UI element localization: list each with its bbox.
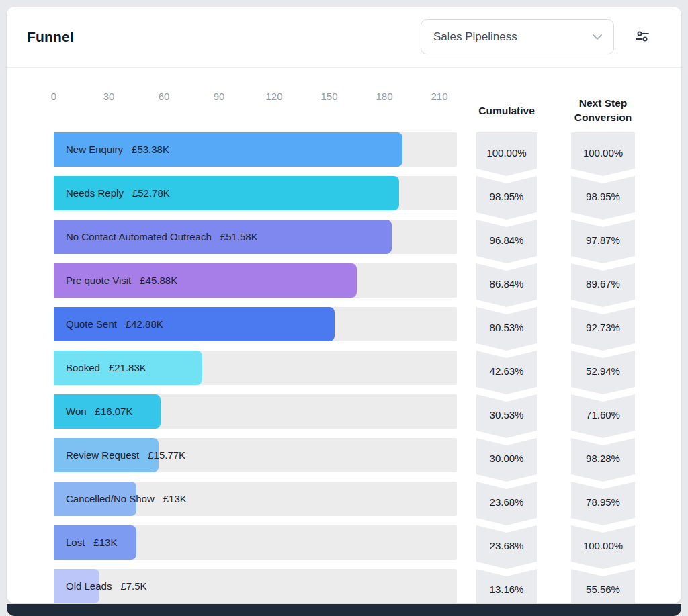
stage-label: New Enquiry	[66, 144, 123, 155]
stage-label: Review Request	[66, 449, 139, 461]
stage-label: No Contact Automated Outreach	[66, 231, 212, 243]
stage-amount: £7.5K	[120, 580, 146, 592]
next-step-cell: 100.00%	[571, 525, 635, 569]
cumulative-cell: 23.68%	[476, 482, 537, 525]
next-step-cell: 98.95%	[571, 176, 635, 220]
x-axis-tick: 90	[214, 91, 225, 102]
stage-label: Booked	[66, 362, 100, 373]
bar-text: Pre quote Visit£45.88K	[66, 263, 177, 298]
next-step-value: 100.00%	[583, 147, 623, 176]
stage-amount: £13K	[93, 537, 117, 548]
chart-head-row: 0306090120150180210 Cumulative Next Step…	[54, 68, 681, 132]
sliders-icon	[634, 28, 650, 46]
funnel-rows: New Enquiry£53.38K 100.00% 100.00% Needs…	[54, 132, 681, 603]
next-step-value: 98.95%	[586, 191, 620, 220]
next-step-cell: 71.60%	[571, 394, 635, 438]
bar-text: Lost£13K	[66, 525, 117, 560]
filter-settings-button[interactable]	[634, 28, 650, 46]
cumulative-cell: 100.00%	[476, 132, 537, 176]
bottom-bar	[7, 604, 681, 616]
funnel-row: Old Leads£7.5K 13.16% 55.56%	[54, 569, 681, 603]
x-axis-tick: 30	[103, 91, 115, 102]
next-step-value: 71.60%	[586, 409, 620, 438]
stage-label: Lost	[66, 537, 85, 548]
next-step-value: 97.87%	[586, 234, 620, 263]
bar-text: Review Request£15.77K	[66, 438, 185, 472]
cumulative-value: 23.68%	[490, 496, 524, 525]
cumulative-cell: 30.53%	[476, 394, 537, 438]
column-header-cumulative: Cumulative	[476, 68, 537, 132]
bar-track: New Enquiry£53.38K	[54, 132, 457, 167]
stage-label: Old Leads	[66, 580, 112, 592]
bar-track: Pre quote Visit£45.88K	[54, 263, 457, 298]
next-step-cell: 78.95%	[571, 482, 635, 525]
column-header-next-step: Next Step Conversion	[571, 68, 635, 132]
funnel-row: Won£16.07K 30.53% 71.60%	[54, 394, 681, 438]
funnel-row: Booked£21.83K 42.63% 52.94%	[54, 351, 681, 394]
stage-amount: £53.38K	[132, 144, 169, 155]
next-step-cell: 52.94%	[571, 351, 635, 394]
page-title: Funnel	[27, 29, 74, 45]
stage-amount: £21.83K	[109, 362, 146, 373]
funnel-row: Quote Sent£42.88K 80.53% 92.73%	[54, 307, 681, 351]
cumulative-cell: 13.16%	[476, 569, 537, 603]
cumulative-value: 23.68%	[490, 540, 524, 569]
bar-track: Lost£13K	[54, 525, 457, 560]
next-step-cell: 89.67%	[571, 263, 635, 307]
stage-label: Won	[66, 406, 87, 417]
funnel-row: Cancelled/No Show£13K 23.68% 78.95%	[54, 482, 681, 525]
next-step-cell: 100.00%	[571, 132, 635, 176]
cumulative-cell: 96.84%	[476, 220, 537, 263]
stage-label: Needs Reply	[66, 187, 124, 199]
cumulative-value: 42.63%	[490, 365, 524, 394]
bar-text: Cancelled/No Show£13K	[66, 482, 187, 516]
bar-track: Review Request£15.77K	[54, 438, 457, 472]
bar-track: Won£16.07K	[54, 394, 457, 429]
cumulative-value: 13.16%	[490, 584, 524, 603]
bar-text: No Contact Automated Outreach£51.58K	[66, 220, 258, 254]
cumulative-cell: 98.95%	[476, 176, 537, 220]
funnel-row: No Contact Automated Outreach£51.58K 96.…	[54, 220, 681, 263]
next-step-value: 52.94%	[586, 365, 620, 394]
next-step-value: 55.56%	[586, 584, 620, 603]
next-step-value: 100.00%	[583, 540, 623, 569]
next-step-cell: 55.56%	[571, 569, 635, 603]
stage-amount: £52.78K	[132, 187, 170, 199]
x-axis-tick: 150	[320, 91, 337, 102]
bar-text: Old Leads£7.5K	[66, 569, 147, 603]
funnel-row: New Enquiry£53.38K 100.00% 100.00%	[54, 132, 681, 176]
cumulative-cell: 86.84%	[476, 263, 537, 307]
stage-label: Cancelled/No Show	[66, 493, 155, 504]
cumulative-cell: 80.53%	[476, 307, 537, 351]
stage-amount: £16.07K	[95, 406, 133, 417]
bar-track: Old Leads£7.5K	[54, 569, 457, 603]
x-axis-tick: 60	[159, 91, 170, 102]
bar-track: Quote Sent£42.88K	[54, 307, 457, 341]
cumulative-cell: 23.68%	[476, 525, 537, 569]
next-step-value: 78.95%	[586, 496, 620, 525]
next-step-cell: 92.73%	[571, 307, 635, 351]
funnel-row: Review Request£15.77K 30.00% 98.28%	[54, 438, 681, 482]
next-step-cell: 97.87%	[571, 220, 635, 263]
funnel-chart: 0306090120150180210 Cumulative Next Step…	[7, 68, 681, 603]
stage-amount: £51.58K	[220, 231, 258, 243]
bar-text: Quote Sent£42.88K	[66, 307, 163, 341]
stage-label: Pre quote Visit	[66, 275, 131, 286]
cumulative-value: 30.00%	[490, 453, 524, 482]
pipeline-select[interactable]: Sales Pipeliness	[421, 19, 614, 54]
bar-track: Booked£21.83K	[54, 351, 457, 385]
stage-amount: £42.88K	[126, 318, 163, 330]
cumulative-cell: 30.00%	[476, 438, 537, 482]
chevron-down-icon	[592, 34, 603, 40]
bar-track: No Contact Automated Outreach£51.58K	[54, 220, 457, 254]
x-axis-tick: 0	[51, 91, 56, 102]
stage-amount: £13K	[163, 493, 187, 504]
funnel-row: Needs Reply£52.78K 98.95% 98.95%	[54, 176, 681, 220]
pipeline-select-value: Sales Pipeliness	[433, 30, 517, 44]
cumulative-value: 98.95%	[490, 191, 524, 220]
cumulative-cell: 42.63%	[476, 351, 537, 394]
bar-track: Cancelled/No Show£13K	[54, 482, 457, 516]
cumulative-value: 30.53%	[490, 409, 524, 438]
funnel-card: Funnel Sales Pipeliness 030609	[7, 7, 681, 603]
cumulative-value: 100.00%	[486, 147, 526, 176]
